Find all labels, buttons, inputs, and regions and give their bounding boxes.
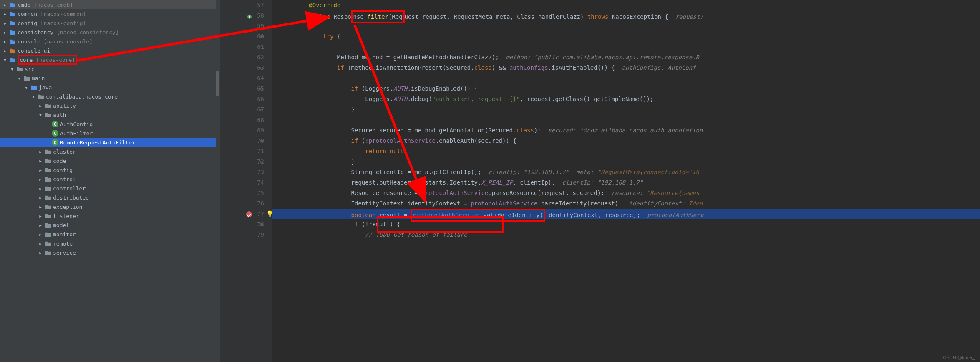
tree-item-AuthFilter[interactable]: CAuthFilter <box>0 129 220 138</box>
tree-arrow-icon[interactable] <box>38 251 43 255</box>
code-line-62[interactable]: Method method = getHandleMethod(handlerC… <box>272 52 980 63</box>
tree-item-model[interactable]: model <box>0 220 220 230</box>
editor-code-area[interactable]: @Override public Response filter(Request… <box>272 0 980 362</box>
tree-item-java[interactable]: java <box>0 83 220 92</box>
tree-item-monitor[interactable]: monitor <box>0 230 220 239</box>
tree-item-service[interactable]: service <box>0 248 220 257</box>
tree-item-AuthConfig[interactable]: CAuthConfig <box>0 119 220 129</box>
tree-item-auth[interactable]: auth <box>0 110 220 119</box>
tree-arrow-icon[interactable] <box>3 3 8 7</box>
gutter-line-69[interactable]: 69 <box>220 125 264 136</box>
tree-arrow-icon[interactable] <box>38 214 43 218</box>
tree-arrow-icon[interactable] <box>38 205 43 209</box>
gutter-line-70[interactable]: 70⊟ <box>220 136 264 146</box>
sidebar-scrollbar[interactable] <box>216 0 220 362</box>
code-editor[interactable]: 57585960⊟616263⊟6465⊟6667⊟686970⊟7172⊟73… <box>220 0 980 362</box>
tree-arrow-icon[interactable] <box>38 223 43 228</box>
tree-arrow-icon[interactable] <box>38 168 43 172</box>
gutter-line-74[interactable]: 74 <box>220 177 264 188</box>
tree-item-src[interactable]: src <box>0 64 220 73</box>
tree-item-listener[interactable]: listener <box>0 211 220 220</box>
code-line-69[interactable]: Secured secured = method.getAnnotation(S… <box>272 125 980 136</box>
tree-item-main[interactable]: main <box>0 73 220 83</box>
tree-item-core[interactable]: core [nacos-core] <box>0 55 220 64</box>
code-line-60[interactable]: try { <box>272 31 980 42</box>
tree-item-control[interactable]: control <box>0 175 220 184</box>
code-line-66[interactable]: Loggers.AUTH.debug("auth start, request:… <box>272 94 980 104</box>
fold-marker-icon[interactable]: ⊟ <box>260 104 263 115</box>
tree-arrow-icon[interactable] <box>10 67 15 71</box>
breakpoint-icon[interactable] <box>246 211 252 217</box>
fold-marker-icon[interactable]: ⊟ <box>260 63 263 73</box>
tree-arrow-icon[interactable] <box>3 39 8 44</box>
code-line-65[interactable]: if (Loggers.AUTH.isDebugEnabled()) { <box>272 84 980 94</box>
tree-arrow-icon[interactable] <box>31 94 36 99</box>
tree-item-remote[interactable]: remote <box>0 239 220 248</box>
tree-item-distributed[interactable]: distributed <box>0 193 220 202</box>
code-line-58[interactable]: public Response filter(Request request, … <box>272 10 980 21</box>
tree-item-exception[interactable]: exception <box>0 202 220 211</box>
gutter-line-76[interactable]: 76 <box>220 198 264 209</box>
tree-item-console-ui[interactable]: console-ui <box>0 46 220 55</box>
code-line-76[interactable]: IdentityContext identityContext = protoc… <box>272 198 980 209</box>
gutter-line-65[interactable]: 65⊟ <box>220 84 264 94</box>
gutter-line-71[interactable]: 71 <box>220 146 264 157</box>
gutter-line-57[interactable]: 57 <box>220 0 264 10</box>
tree-item-controller[interactable]: controller <box>0 184 220 193</box>
gutter-line-75[interactable]: 75 <box>220 188 264 198</box>
project-tree-sidebar[interactable]: cmdb [nacos-cmdb]common [nacos-common]co… <box>0 0 220 362</box>
gutter-line-73[interactable]: 73 <box>220 167 264 177</box>
tree-arrow-icon[interactable] <box>3 48 8 53</box>
tree-arrow-icon[interactable] <box>38 149 43 154</box>
tree-arrow-icon[interactable] <box>3 21 8 25</box>
code-line-78[interactable]: if (!result) { <box>272 219 980 230</box>
gutter-line-62[interactable]: 62 <box>220 52 264 63</box>
fold-marker-icon[interactable]: ⊟ <box>260 157 263 167</box>
tree-item-consistency[interactable]: consistency [nacos-consistency] <box>0 28 220 37</box>
gutter-line-78[interactable]: 78⊟ <box>220 219 264 230</box>
intention-bulb-icon[interactable]: 💡 <box>266 209 273 219</box>
fold-marker-icon[interactable]: ⊟ <box>260 31 263 42</box>
tree-item-ability[interactable]: ability <box>0 101 220 110</box>
tree-item-com-alibaba-nacos-core[interactable]: com.alibaba.nacos.core <box>0 92 220 101</box>
tree-item-RemoteRequestAuthFilter[interactable]: CRemoteRequestAuthFilter <box>0 138 220 147</box>
tree-arrow-icon[interactable] <box>3 58 8 62</box>
code-line-61[interactable] <box>272 42 980 52</box>
gutter-line-61[interactable]: 61 <box>220 42 264 52</box>
tree-arrow-icon[interactable] <box>38 241 43 246</box>
tree-arrow-icon[interactable] <box>38 232 43 237</box>
code-line-64[interactable] <box>272 73 980 84</box>
tree-item-code[interactable]: code <box>0 156 220 165</box>
tree-item-common[interactable]: common [nacos-common] <box>0 9 220 18</box>
gutter-line-60[interactable]: 60⊟ <box>220 31 264 42</box>
tree-arrow-icon[interactable] <box>38 177 43 182</box>
tree-arrow-icon[interactable] <box>38 195 43 200</box>
gutter-line-59[interactable]: 59 <box>220 21 264 31</box>
tree-arrow-icon[interactable] <box>38 104 43 108</box>
gutter-line-77[interactable]: 77💡 <box>220 209 264 219</box>
code-line-72[interactable]: } <box>272 157 980 167</box>
tree-arrow-icon[interactable] <box>38 159 43 163</box>
gutter-line-67[interactable]: 67⊟ <box>220 104 264 115</box>
code-line-68[interactable] <box>272 115 980 125</box>
tree-arrow-icon[interactable] <box>3 12 8 16</box>
code-line-70[interactable]: if (!protocolAuthService.enableAuth(secu… <box>272 136 980 146</box>
code-line-73[interactable]: String clientIp = meta.getClientIp(); cl… <box>272 167 980 177</box>
fold-marker-icon[interactable]: ⊟ <box>260 136 263 146</box>
tree-item-console[interactable]: console [nacos-console] <box>0 37 220 46</box>
code-line-71[interactable]: return null; <box>272 146 980 157</box>
tree-item-config[interactable]: config [nacos-config] <box>0 18 220 28</box>
gutter-line-66[interactable]: 66 <box>220 94 264 104</box>
code-line-79[interactable]: // TODO Get reason of failure <box>272 230 980 240</box>
code-line-67[interactable]: } <box>272 104 980 115</box>
tree-arrow-icon[interactable] <box>3 30 8 35</box>
code-line-63[interactable]: if (method.isAnnotationPresent(Secured.c… <box>272 63 980 73</box>
tree-arrow-icon[interactable] <box>38 113 43 117</box>
code-line-74[interactable]: request.putHeader(Constants.Identity.X_R… <box>272 177 980 188</box>
tree-item-cmdb[interactable]: cmdb [nacos-cmdb] <box>0 0 220 9</box>
tree-arrow-icon[interactable] <box>38 186 43 191</box>
code-line-77[interactable]: boolean result = protocolAuthService.val… <box>272 209 980 219</box>
code-line-57[interactable]: @Override <box>272 0 980 10</box>
gutter-line-79[interactable]: 79 <box>220 230 264 240</box>
gutter-line-58[interactable]: 58 <box>220 10 264 21</box>
